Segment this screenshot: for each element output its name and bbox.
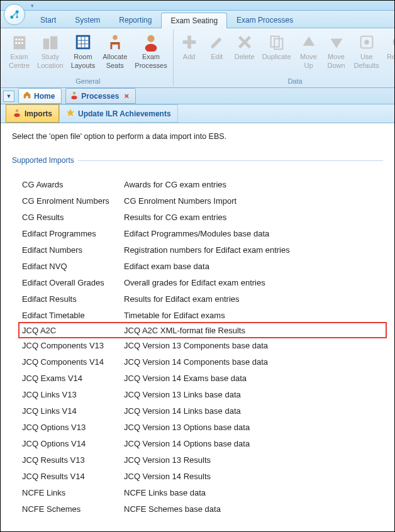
import-row[interactable]: Edifact NumbersRegistration numbers for …: [22, 241, 383, 258]
tab-list-dropdown[interactable]: ▼: [3, 91, 14, 102]
import-row[interactable]: JCQ A2CJCQ A2C XML-format file Results: [18, 322, 387, 338]
doc-tab-processes[interactable]: Processes×: [65, 88, 136, 104]
svg-point-2: [16, 16, 18, 18]
import-name: JCQ Components V14: [22, 357, 124, 367]
import-name: JCQ Links V13: [22, 390, 124, 399]
import-row[interactable]: Edifact ResultsResults for Edifact exam …: [22, 291, 383, 307]
ribbon-button-label: Layouts: [71, 62, 96, 70]
ribbon-button-exam: ExamCentre: [5, 30, 33, 77]
ribbon-button-move: MoveUp: [295, 30, 323, 77]
import-name: Edifact Overall Grades: [22, 278, 124, 287]
ribbon-tab-exam-seating[interactable]: Exam Seating: [161, 13, 227, 28]
group-divider: [78, 160, 383, 161]
ribbon-button-study: StudyLocation: [33, 30, 67, 77]
app-menu-button[interactable]: [4, 4, 25, 25]
import-row[interactable]: NCFE LinksNCFE Links base data: [22, 484, 383, 501]
document-tabs: ▼ HomeProcesses×: [1, 88, 394, 104]
defaults-icon: [357, 32, 377, 52]
person-red-icon: [13, 108, 21, 119]
ribbon-button-exam[interactable]: ExamProcesses: [131, 30, 170, 77]
sub-tab-label: Update ILR Achievements: [78, 109, 171, 118]
import-row[interactable]: JCQ Links V14JCQ Version 14 Links base d…: [22, 402, 383, 419]
sub-tab-imports[interactable]: Imports: [6, 104, 59, 123]
svg-rect-8: [21, 38, 23, 40]
import-description: Overall grades for Edifact exam entries: [124, 278, 383, 287]
ribbon-group-label: Data: [175, 77, 395, 86]
svg-rect-7: [18, 38, 20, 40]
ribbon-button-label: Move: [300, 53, 317, 61]
ribbon-button-delete: Delete: [231, 30, 259, 77]
import-name: CG Enrolment Numbers: [22, 196, 124, 206]
ribbon-button-label: Centre: [9, 62, 30, 70]
doc-tab-home[interactable]: Home: [18, 88, 62, 104]
import-name: Edifact Programmes: [22, 229, 124, 238]
doc-tab-label: Processes: [81, 92, 119, 101]
down-icon: [326, 32, 347, 52]
import-name: JCQ Options V14: [22, 439, 124, 448]
sub-tab-update-ilr-achievements[interactable]: Update ILR Achievements: [59, 104, 178, 123]
group-header: Supported Imports: [12, 156, 383, 165]
seat-icon: [105, 32, 125, 52]
import-row[interactable]: JCQ Options V13JCQ Version 13 Options ba…: [22, 419, 383, 435]
import-row[interactable]: CG AwardsAwards for CG exam entries: [22, 176, 383, 192]
close-icon[interactable]: ×: [124, 91, 129, 101]
plus-icon: [179, 32, 199, 52]
svg-rect-21: [110, 45, 112, 50]
import-description: Results for CG exam entries: [124, 213, 383, 222]
svg-point-23: [113, 35, 118, 40]
pencil-icon: [207, 32, 227, 52]
import-row[interactable]: Edifact TimetableTimetable for Edifact e…: [22, 307, 383, 323]
import-name: CG Awards: [22, 180, 124, 189]
ribbon-button-label: Move: [328, 53, 345, 61]
svg-rect-22: [118, 45, 120, 50]
ribbon-button-label: Use: [360, 53, 373, 61]
import-description: Edifact Programmes/Modules base data: [124, 229, 383, 238]
import-description: JCQ Version 14 Results: [124, 472, 383, 481]
ribbon-button-allocate[interactable]: AllocateSeats: [99, 30, 131, 77]
import-name: Edifact Results: [22, 294, 124, 304]
ribbon-tab-start[interactable]: Start: [31, 12, 65, 28]
svg-rect-11: [21, 42, 23, 44]
ribbon-button-move: MoveDown: [323, 30, 350, 77]
import-row[interactable]: JCQ Components V14JCQ Version 14 Compone…: [22, 353, 383, 370]
ribbon-tab-exam-processes[interactable]: Exam Processes: [227, 12, 303, 28]
import-row[interactable]: CG ResultsResults for CG exam entries: [22, 209, 383, 225]
import-row[interactable]: JCQ Components V13JCQ Version 13 Compone…: [22, 337, 383, 353]
import-row[interactable]: Edifact ProgrammesEdifact Programmes/Mod…: [22, 225, 383, 241]
sub-tabs: ImportsUpdate ILR Achievements: [1, 104, 394, 123]
svg-rect-6: [15, 38, 17, 40]
import-description: Timetable for Edifact exams: [124, 311, 383, 320]
import-name: NCFE Schemes: [22, 504, 124, 514]
svg-rect-13: [50, 36, 57, 50]
ribbon-button-room[interactable]: RoomLayouts: [67, 30, 99, 77]
svg-line-3: [13, 13, 16, 16]
ribbon-button-label: Delete: [235, 53, 255, 61]
ribbon-button-label: Location: [37, 62, 64, 70]
import-row[interactable]: JCQ Options V14JCQ Version 14 Options ba…: [22, 435, 383, 452]
import-row[interactable]: Edifact NVQEdifact exam base data: [22, 258, 383, 274]
svg-point-39: [73, 92, 76, 95]
import-row[interactable]: CG Enrolment NumbersCG Enrolment Numbers…: [22, 192, 383, 209]
import-row[interactable]: NCFE SchemesNCFE Schemes base data: [22, 501, 383, 517]
instruction-text: Select the 'open file' option to perform…: [12, 132, 383, 141]
title-bar: ▾: [1, 1, 394, 11]
qat-dropdown-icon[interactable]: ▾: [31, 3, 34, 9]
ribbon-button-label: Exam: [10, 53, 28, 61]
ribbon-button-label: Up: [304, 62, 313, 70]
ribbon-tab-system[interactable]: System: [65, 12, 109, 28]
import-row[interactable]: JCQ Links V13JCQ Version 13 Links base d…: [22, 386, 383, 402]
svg-rect-9: [15, 42, 17, 44]
import-description: JCQ Version 13 Options base data: [124, 423, 383, 432]
import-row[interactable]: JCQ Results V13JCQ Version 13 Results: [22, 452, 383, 468]
import-description: CG Enrolment Numbers Import: [124, 196, 383, 206]
import-row[interactable]: JCQ Results V14JCQ Version 14 Results: [22, 468, 383, 484]
ribbon-button-label: Duplicate: [262, 53, 291, 61]
ribbon-group-data: AddEditDeleteDuplicateMoveUpMoveDownUseD…: [174, 30, 395, 86]
ribbon-button-label: Defaults: [354, 62, 379, 70]
import-description: JCQ Version 14 Links base data: [124, 406, 383, 416]
import-row[interactable]: Edifact Overall GradesOverall grades for…: [22, 274, 383, 291]
up-icon: [299, 32, 319, 52]
import-row[interactable]: JCQ Exams V14JCQ Version 14 Exams base d…: [22, 370, 383, 386]
import-description: JCQ Version 14 Options base data: [124, 439, 383, 448]
ribbon-tab-reporting[interactable]: Reporting: [109, 12, 161, 28]
